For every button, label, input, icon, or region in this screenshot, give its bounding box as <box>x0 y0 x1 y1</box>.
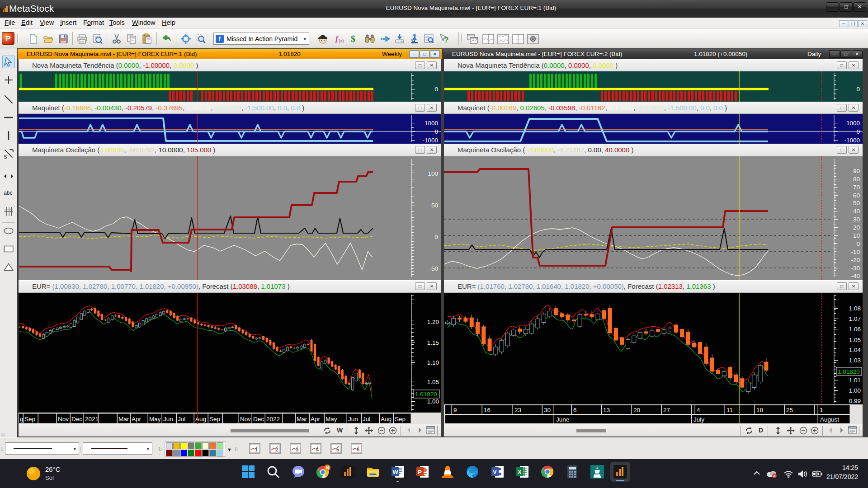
svg-text:Dec: Dec <box>71 416 82 422</box>
svg-text:0: 0 <box>856 86 860 93</box>
svg-text:-40: -40 <box>851 272 860 279</box>
svg-text:16: 16 <box>484 407 491 413</box>
svg-text:Aug: Aug <box>381 416 392 422</box>
svg-text:1.00: 1.00 <box>849 387 861 394</box>
svg-text:1: 1 <box>820 407 823 413</box>
svg-text:0: 0 <box>434 86 438 93</box>
svg-text:Nov: Nov <box>58 416 69 422</box>
svg-text:27: 27 <box>663 407 670 413</box>
svg-text:1.05: 1.05 <box>427 379 439 385</box>
svg-text:May: May <box>326 416 337 422</box>
svg-text:80: 80 <box>853 176 860 183</box>
svg-text:1: 1 <box>255 447 258 452</box>
svg-text:Sep: Sep <box>24 416 35 422</box>
svg-text:2022: 2022 <box>266 416 280 422</box>
svg-text:Sep: Sep <box>209 416 220 422</box>
svg-text:20: 20 <box>853 224 860 231</box>
svg-text:9: 9 <box>453 407 457 413</box>
svg-text:g: g <box>20 416 24 422</box>
svg-text:11: 11 <box>726 407 733 413</box>
svg-text:-20: -20 <box>851 257 860 263</box>
svg-text:1.01: 1.01 <box>849 377 861 384</box>
svg-text:5: 5 <box>336 447 339 452</box>
svg-text:0: 0 <box>856 128 860 135</box>
svg-text:Jun: Jun <box>163 416 173 422</box>
svg-text:1.01820: 1.01820 <box>415 391 437 398</box>
svg-text:August: August <box>820 416 839 423</box>
svg-text:0: 0 <box>856 240 860 247</box>
svg-text:1.00: 1.00 <box>427 398 439 405</box>
svg-text:0.99: 0.99 <box>849 398 861 404</box>
svg-text:Aug: Aug <box>195 416 206 422</box>
svg-text:Mar: Mar <box>118 416 129 422</box>
svg-text:6: 6 <box>357 447 359 452</box>
svg-text:-50: -50 <box>429 265 438 272</box>
svg-text:6: 6 <box>573 407 577 413</box>
svg-text:abc: abc <box>4 190 12 196</box>
svg-text:July: July <box>693 416 704 423</box>
svg-text:Jul: Jul <box>178 416 185 422</box>
svg-text:50: 50 <box>431 202 438 209</box>
svg-text:May: May <box>149 416 161 422</box>
svg-text:100: 100 <box>428 170 438 177</box>
svg-text:N: N <box>326 465 329 470</box>
svg-text:(x): (x) <box>339 38 344 43</box>
svg-text:?: ? <box>444 36 448 44</box>
svg-text:1.15: 1.15 <box>427 339 439 346</box>
svg-text:23: 23 <box>514 407 521 413</box>
svg-text:2: 2 <box>275 447 278 452</box>
svg-text:-1000: -1000 <box>422 137 438 144</box>
svg-text:50: 50 <box>853 200 860 206</box>
svg-text:Jul: Jul <box>363 416 370 422</box>
svg-text:1.04: 1.04 <box>849 347 861 353</box>
svg-text:25: 25 <box>786 407 793 413</box>
svg-text:90: 90 <box>853 168 860 174</box>
svg-text:Nov: Nov <box>240 416 251 422</box>
svg-text:13: 13 <box>603 407 610 413</box>
svg-text:Jun: Jun <box>348 416 358 422</box>
svg-text:4: 4 <box>697 407 700 413</box>
svg-text:1.20: 1.20 <box>427 319 439 325</box>
svg-text:Mar: Mar <box>297 416 307 422</box>
svg-text:-1000: -1000 <box>844 137 860 144</box>
svg-text:2021: 2021 <box>85 416 99 422</box>
svg-text:40: 40 <box>853 208 860 215</box>
svg-text:60: 60 <box>853 192 860 199</box>
svg-text:June: June <box>556 416 569 423</box>
svg-text:1.01820: 1.01820 <box>838 368 860 375</box>
svg-text:S: S <box>4 154 7 160</box>
svg-text:1.07: 1.07 <box>849 315 861 322</box>
svg-text:V: V <box>493 469 497 475</box>
svg-text:Dec: Dec <box>253 416 264 422</box>
svg-text:1.08: 1.08 <box>849 305 861 312</box>
svg-text:1000: 1000 <box>846 120 860 127</box>
svg-text:20: 20 <box>633 407 640 413</box>
svg-text:10: 10 <box>853 232 860 239</box>
svg-text:0: 0 <box>434 234 438 240</box>
svg-text:30: 30 <box>544 407 551 413</box>
svg-text:-30: -30 <box>851 265 860 272</box>
svg-text:X: X <box>518 469 522 475</box>
svg-text:3: 3 <box>296 447 298 452</box>
svg-text:4: 4 <box>316 447 319 452</box>
svg-text:Apr: Apr <box>132 416 142 422</box>
svg-text:Sep: Sep <box>395 416 406 422</box>
svg-text:1000: 1000 <box>425 120 438 127</box>
svg-text:18: 18 <box>756 407 763 413</box>
svg-text:1.05: 1.05 <box>849 337 861 343</box>
svg-text:1.10: 1.10 <box>427 359 439 366</box>
svg-text:1.03: 1.03 <box>849 357 861 364</box>
svg-text:70: 70 <box>853 184 860 191</box>
svg-text:0: 0 <box>434 128 438 135</box>
svg-text:$: $ <box>351 34 355 44</box>
svg-text:30: 30 <box>853 216 860 223</box>
svg-text:1.06: 1.06 <box>849 326 861 333</box>
svg-text:W: W <box>393 469 399 475</box>
svg-text:Apr: Apr <box>311 416 321 422</box>
svg-text:P: P <box>418 469 422 475</box>
svg-text:-10: -10 <box>851 249 860 255</box>
